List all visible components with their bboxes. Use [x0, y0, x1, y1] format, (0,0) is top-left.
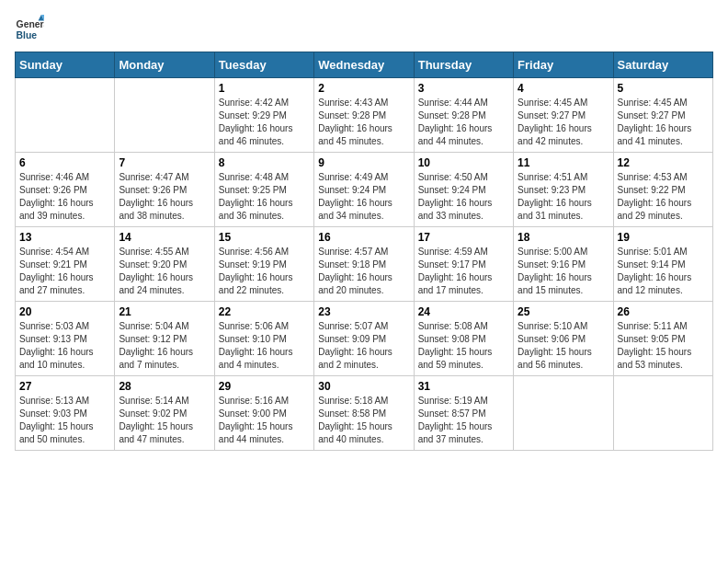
calendar-week-2: 6 Sunrise: 4:46 AMSunset: 9:26 PMDayligh…	[16, 153, 713, 227]
day-number: 19	[618, 231, 709, 244]
day-number: 16	[318, 231, 409, 244]
day-info: Sunrise: 4:50 AMSunset: 9:24 PMDaylight:…	[418, 171, 509, 223]
table-row: 4 Sunrise: 4:45 AMSunset: 9:27 PMDayligh…	[514, 78, 613, 153]
table-row: 30 Sunrise: 5:18 AMSunset: 8:58 PMDaylig…	[314, 376, 414, 451]
day-info: Sunrise: 4:46 AMSunset: 9:26 PMDaylight:…	[19, 171, 110, 223]
svg-text:Blue: Blue	[17, 30, 38, 40]
table-row: 10 Sunrise: 4:50 AMSunset: 9:24 PMDaylig…	[414, 153, 513, 227]
day-info: Sunrise: 4:49 AMSunset: 9:24 PMDaylight:…	[318, 171, 409, 223]
table-row: 27 Sunrise: 5:13 AMSunset: 9:03 PMDaylig…	[16, 376, 115, 451]
weekday-header-monday: Monday	[115, 52, 214, 78]
table-row: 24 Sunrise: 5:08 AMSunset: 9:08 PMDaylig…	[414, 302, 513, 376]
day-info: Sunrise: 4:44 AMSunset: 9:28 PMDaylight:…	[418, 97, 509, 148]
day-number: 8	[219, 156, 310, 169]
table-row: 6 Sunrise: 4:46 AMSunset: 9:26 PMDayligh…	[16, 153, 115, 227]
day-number: 30	[318, 380, 409, 393]
table-row: 16 Sunrise: 4:57 AMSunset: 9:18 PMDaylig…	[314, 227, 414, 302]
day-info: Sunrise: 5:04 AMSunset: 9:12 PMDaylight:…	[119, 320, 210, 372]
day-number: 5	[618, 82, 709, 95]
table-row: 7 Sunrise: 4:47 AMSunset: 9:26 PMDayligh…	[115, 153, 214, 227]
day-info: Sunrise: 4:42 AMSunset: 9:29 PMDaylight:…	[219, 97, 310, 148]
table-row: 22 Sunrise: 5:06 AMSunset: 9:10 PMDaylig…	[214, 302, 313, 376]
day-info: Sunrise: 4:51 AMSunset: 9:23 PMDaylight:…	[518, 171, 609, 223]
table-row: 21 Sunrise: 5:04 AMSunset: 9:12 PMDaylig…	[115, 302, 214, 376]
day-number: 6	[19, 156, 110, 169]
day-info: Sunrise: 5:11 AMSunset: 9:05 PMDaylight:…	[618, 320, 709, 372]
table-row: 28 Sunrise: 5:14 AMSunset: 9:02 PMDaylig…	[115, 376, 214, 451]
table-row: 3 Sunrise: 4:44 AMSunset: 9:28 PMDayligh…	[414, 78, 513, 153]
day-number: 31	[418, 380, 509, 393]
day-number: 1	[219, 82, 310, 95]
logo: General Blue	[15, 15, 44, 44]
table-row	[16, 78, 115, 153]
day-info: Sunrise: 5:13 AMSunset: 9:03 PMDaylight:…	[19, 395, 110, 446]
day-info: Sunrise: 4:43 AMSunset: 9:28 PMDaylight:…	[318, 97, 409, 148]
day-info: Sunrise: 5:00 AMSunset: 9:16 PMDaylight:…	[518, 246, 609, 297]
table-row: 2 Sunrise: 4:43 AMSunset: 9:28 PMDayligh…	[314, 78, 414, 153]
table-row: 17 Sunrise: 4:59 AMSunset: 9:17 PMDaylig…	[414, 227, 513, 302]
day-number: 29	[219, 380, 310, 393]
day-number: 27	[19, 380, 110, 393]
day-number: 28	[119, 380, 210, 393]
day-number: 14	[119, 231, 210, 244]
day-info: Sunrise: 4:55 AMSunset: 9:20 PMDaylight:…	[119, 246, 210, 297]
table-row: 31 Sunrise: 5:19 AMSunset: 8:57 PMDaylig…	[414, 376, 513, 451]
day-info: Sunrise: 5:08 AMSunset: 9:08 PMDaylight:…	[418, 320, 509, 372]
day-number: 11	[518, 156, 609, 169]
day-number: 4	[518, 82, 609, 95]
weekday-header-wednesday: Wednesday	[314, 52, 414, 78]
table-row	[115, 78, 214, 153]
day-number: 3	[418, 82, 509, 95]
weekday-header-friday: Friday	[514, 52, 613, 78]
day-info: Sunrise: 5:16 AMSunset: 9:00 PMDaylight:…	[219, 395, 310, 446]
day-number: 2	[318, 82, 409, 95]
day-number: 20	[19, 305, 110, 318]
calendar-week-3: 13 Sunrise: 4:54 AMSunset: 9:21 PMDaylig…	[16, 227, 713, 302]
table-row: 19 Sunrise: 5:01 AMSunset: 9:14 PMDaylig…	[613, 227, 712, 302]
day-number: 9	[318, 156, 409, 169]
table-row: 13 Sunrise: 4:54 AMSunset: 9:21 PMDaylig…	[16, 227, 115, 302]
day-info: Sunrise: 5:14 AMSunset: 9:02 PMDaylight:…	[119, 395, 210, 446]
day-number: 23	[318, 305, 409, 318]
day-info: Sunrise: 5:01 AMSunset: 9:14 PMDaylight:…	[618, 246, 709, 297]
day-info: Sunrise: 4:48 AMSunset: 9:25 PMDaylight:…	[219, 171, 310, 223]
day-info: Sunrise: 4:59 AMSunset: 9:17 PMDaylight:…	[418, 246, 509, 297]
weekday-header-saturday: Saturday	[613, 52, 712, 78]
day-number: 25	[518, 305, 609, 318]
table-row	[514, 376, 613, 451]
table-row: 5 Sunrise: 4:45 AMSunset: 9:27 PMDayligh…	[613, 78, 712, 153]
day-number: 13	[19, 231, 110, 244]
day-info: Sunrise: 4:47 AMSunset: 9:26 PMDaylight:…	[119, 171, 210, 223]
day-number: 15	[219, 231, 310, 244]
day-info: Sunrise: 4:45 AMSunset: 9:27 PMDaylight:…	[518, 97, 609, 148]
table-row: 15 Sunrise: 4:56 AMSunset: 9:19 PMDaylig…	[214, 227, 313, 302]
day-info: Sunrise: 5:18 AMSunset: 8:58 PMDaylight:…	[318, 395, 409, 446]
table-row: 14 Sunrise: 4:55 AMSunset: 9:20 PMDaylig…	[115, 227, 214, 302]
calendar-table: SundayMondayTuesdayWednesdayThursdayFrid…	[15, 52, 713, 451]
table-row: 18 Sunrise: 5:00 AMSunset: 9:16 PMDaylig…	[514, 227, 613, 302]
day-info: Sunrise: 4:45 AMSunset: 9:27 PMDaylight:…	[618, 97, 709, 148]
table-row: 8 Sunrise: 4:48 AMSunset: 9:25 PMDayligh…	[214, 153, 313, 227]
weekday-header-sunday: Sunday	[16, 52, 115, 78]
calendar-week-5: 27 Sunrise: 5:13 AMSunset: 9:03 PMDaylig…	[16, 376, 713, 451]
day-number: 18	[518, 231, 609, 244]
calendar-week-4: 20 Sunrise: 5:03 AMSunset: 9:13 PMDaylig…	[16, 302, 713, 376]
day-number: 12	[618, 156, 709, 169]
table-row: 12 Sunrise: 4:53 AMSunset: 9:22 PMDaylig…	[613, 153, 712, 227]
table-row: 26 Sunrise: 5:11 AMSunset: 9:05 PMDaylig…	[613, 302, 712, 376]
table-row: 11 Sunrise: 4:51 AMSunset: 9:23 PMDaylig…	[514, 153, 613, 227]
table-row: 25 Sunrise: 5:10 AMSunset: 9:06 PMDaylig…	[514, 302, 613, 376]
day-info: Sunrise: 4:54 AMSunset: 9:21 PMDaylight:…	[19, 246, 110, 297]
day-number: 24	[418, 305, 509, 318]
table-row: 9 Sunrise: 4:49 AMSunset: 9:24 PMDayligh…	[314, 153, 414, 227]
day-info: Sunrise: 5:10 AMSunset: 9:06 PMDaylight:…	[518, 320, 609, 372]
day-info: Sunrise: 5:06 AMSunset: 9:10 PMDaylight:…	[219, 320, 310, 372]
weekday-header-tuesday: Tuesday	[214, 52, 313, 78]
table-row	[613, 376, 712, 451]
calendar-week-1: 1 Sunrise: 4:42 AMSunset: 9:29 PMDayligh…	[16, 78, 713, 153]
day-number: 22	[219, 305, 310, 318]
table-row: 29 Sunrise: 5:16 AMSunset: 9:00 PMDaylig…	[214, 376, 313, 451]
day-info: Sunrise: 4:57 AMSunset: 9:18 PMDaylight:…	[318, 246, 409, 297]
day-info: Sunrise: 5:03 AMSunset: 9:13 PMDaylight:…	[19, 320, 110, 372]
weekday-header-thursday: Thursday	[414, 52, 513, 78]
